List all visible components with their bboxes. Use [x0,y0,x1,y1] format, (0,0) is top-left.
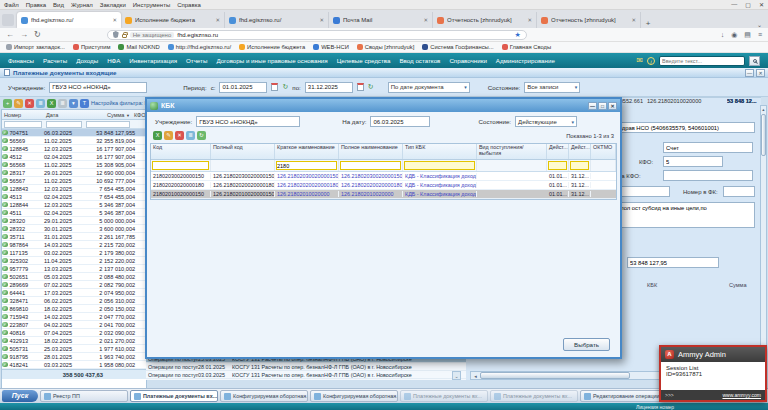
scroll-left-icon[interactable]: ◂ [471,373,480,379]
browser-menu-item[interactable]: Инструменты [133,2,170,8]
table-row[interactable]: ✓704751 06.03.2025 53 848 127,95 5 [2,129,146,137]
kbk-type-filter-input[interactable] [404,161,475,170]
ammyy-title-bar[interactable]: A Ammyy Admin [661,347,765,362]
info-icon[interactable]: i [647,57,655,65]
forward-icon[interactable]: → [20,30,28,39]
kbk-row[interactable]: 21802020020000180 126.21802020020000180 … [151,181,616,190]
col-valid-to[interactable]: Дейст... [569,144,591,159]
modal-minimize-icon[interactable]: — [588,102,597,110]
col-income-type[interactable]: Вид поступления/выбытия [477,144,547,159]
taskbar-button[interactable]: Платежные документы вх... [400,390,488,402]
ammyy-website-link[interactable]: www.ammyy.com [722,392,761,398]
close-icon[interactable]: ✕ [759,1,764,8]
toolbar-icon[interactable]: ≣ [58,99,67,108]
scrollbar-thumb[interactable] [761,114,766,156]
select-button[interactable]: Выбрать [563,338,610,351]
tab-close-icon[interactable]: ✕ [631,17,636,23]
table-row[interactable]: ✓28332 30.01.2025 3 600 000,00 4 [2,225,146,233]
toolbar-icon[interactable]: + [3,99,12,108]
bookmark-item[interactable]: Mail NOKND [118,44,159,50]
app-menu-item[interactable]: Договоры и иные правовые основания [216,57,327,64]
app-menu-item[interactable]: Целевые средства [337,57,391,64]
table-row[interactable]: ✓128843 12.03.2025 7 654 455,00 4 [2,185,146,193]
browser-toolbar-icon[interactable]: ▤ [744,31,751,39]
firefox-view-icon[interactable] [2,14,14,26]
app-menu-item[interactable]: Доходы [76,57,98,64]
col-code[interactable]: Код [151,144,211,159]
taskbar-button[interactable]: Конфигурируемая оборотная... [220,390,308,402]
taskbar-button[interactable]: Платежные документы вх... [130,390,218,402]
col-date[interactable]: Дата [44,112,84,118]
inner-close-icon[interactable]: ✕ [756,69,765,77]
modal-maximize-icon[interactable]: □ [598,102,607,110]
table-row[interactable]: ✓56568 11.02.2025 15 308 905,00 4 [2,161,146,169]
browser-tab[interactable]: Отчетность [zhnrudyuk] ✕ [433,12,537,28]
browser-tab[interactable]: Исполнение бюджета ✕ [121,12,225,28]
table-row[interactable]: ✓4511 02.04.2025 5 346 387,00 4 [2,209,146,217]
app-menu-item[interactable]: Справочники [449,57,486,64]
bookmark-item[interactable]: Приступим [73,44,111,50]
modal-toolbar-icon[interactable]: ✎ [164,131,173,140]
taskbar-button[interactable]: Реестр ПП [40,390,128,402]
full-name-filter-input[interactable] [340,161,401,170]
browser-menu-item[interactable]: Справка [177,2,201,8]
table-row[interactable]: ✓56567 11.02.2025 10 692 777,00 4 [2,177,146,185]
col-valid-from[interactable]: Дейст... [547,144,569,159]
search-button[interactable] [749,56,760,66]
modal-toolbar-icon[interactable]: ≣ [186,131,195,140]
browser-toolbar-icon[interactable]: ◉ [731,31,737,39]
refresh-icon[interactable]: ↻ [282,83,288,91]
modal-close-icon[interactable]: ✕ [608,102,617,110]
tab-overflow-icon[interactable]: ⌄ [753,21,766,28]
browser-tab[interactable]: fhd.egisznso.ru/ ✕ [17,12,121,28]
counterparty-input[interactable] [605,122,755,133]
search-input[interactable] [659,56,745,66]
table-row[interactable]: ✓223807 04.02.2025 2 041 700,00 2 [2,321,146,329]
table-row[interactable]: ✓869810 18.02.2025 2 050 150,00 2 [2,305,146,313]
table-row[interactable]: ✓128845 12.03.2025 16 177 907,00 4 [2,145,146,153]
table-row[interactable]: ✓715943 14.02.2025 2 047 770,00 2 [2,313,146,321]
inner-minimize-icon[interactable]: — [745,69,754,77]
col-kbk-type[interactable]: Тип КБК [403,144,477,159]
table-row[interactable]: ✓502651 05.03.2025 2 088 480,00 2 [2,273,146,281]
kbk-row[interactable]: 21802010020000150 126.21802010020000150 … [151,190,616,199]
table-row[interactable]: ✓28317 29.01.2025 12 690 000,00 4 [2,169,146,177]
code-filter-input[interactable] [152,161,209,170]
table-row[interactable]: ✓40816 07.04.2025 2 032 090,00 2 [2,329,146,337]
state-select[interactable]: Все записи▾ [524,82,580,93]
col-short-name[interactable]: Краткое наименование [275,144,339,159]
app-menu-item[interactable]: Финансы [8,57,34,64]
col-full-code[interactable]: Полный код [211,144,275,159]
bookmark-item[interactable]: Своды [zhnrudyuk] [357,44,414,50]
mail-icon[interactable]: ✉ [636,56,643,65]
calendar-icon[interactable] [271,83,278,91]
table-row[interactable]: ✓418241 03.03.2025 1 958 080,00 2 [2,361,146,369]
app-menu-item[interactable]: НФА [107,57,120,64]
browser-menu-item[interactable]: Правка [26,2,46,8]
table-row[interactable]: ✓35711 31.01.2025 2 261 167,78 5 [2,233,146,241]
tab-close-icon[interactable]: ✕ [527,17,532,23]
browser-menu-item[interactable]: Закладки [100,2,126,8]
modal-toolbar-icon[interactable]: ↻ [197,131,206,140]
scroll-up-icon[interactable]: ▴ [761,106,766,113]
tab-close-icon[interactable]: ✕ [215,17,220,23]
table-row[interactable]: ✓28320 29.01.2025 5 000 000,00 4 [2,217,146,225]
table-row[interactable]: ✓117135 03.02.2025 2 179 380,00 2 [2,249,146,257]
table-row[interactable]: ✓328471 06.02.2025 2 056 310,00 2 [2,297,146,305]
fk-number-input[interactable] [723,186,755,197]
table-row[interactable]: ✓987864 14.03.2025 2 215 720,00 2 [2,241,146,249]
bookmark-item[interactable]: Система Госфинансы... [422,44,493,50]
reload-icon[interactable]: ↻ [34,30,41,39]
bookmark-item[interactable]: Исполнение бюджета [239,44,305,50]
purpose-textarea[interactable]: неиспол ост субсид на иные цели,по [605,202,755,228]
col-full-name[interactable]: Полное наименование [339,144,403,159]
kfo-analytics-input[interactable] [663,170,753,181]
app-menu-item[interactable]: Отчеты [186,57,207,64]
scroll-down-icon[interactable]: ⌄ [452,371,461,380]
table-row[interactable]: ✓432913 18.02.2025 2 021 270,00 2 [2,337,146,345]
table-row[interactable]: ✓64441 17.03.2025 2 074 950,00 2 [2,289,146,297]
toolbar-icon[interactable]: T [80,99,89,108]
table-row[interactable]: ✓4512 02.04.2025 16 177 907,00 4 [2,153,146,161]
taskbar-button[interactable]: Редактирование операции [580,390,668,402]
tab-close-icon[interactable]: ✕ [423,17,428,23]
